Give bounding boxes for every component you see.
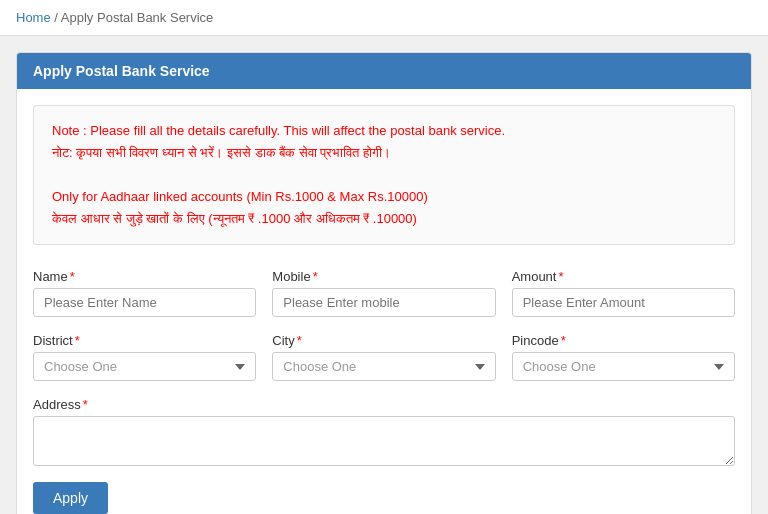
form-row-2: District* Choose One City* Choose One <box>33 333 735 381</box>
district-group: District* Choose One <box>33 333 256 381</box>
address-group: Address* <box>33 397 735 466</box>
notice-line2: नोट: कृपया सभी विवरण ध्यान से भरें। इससे… <box>52 142 716 164</box>
form-row-1: Name* Mobile* Amount* <box>33 269 735 317</box>
amount-label: Amount* <box>512 269 735 284</box>
breadcrumb-home[interactable]: Home <box>16 10 51 25</box>
pincode-select[interactable]: Choose One <box>512 352 735 381</box>
city-select[interactable]: Choose One <box>272 352 495 381</box>
amount-input[interactable] <box>512 288 735 317</box>
pincode-label: Pincode* <box>512 333 735 348</box>
breadcrumb: Home / Apply Postal Bank Service <box>0 0 768 36</box>
city-label: City* <box>272 333 495 348</box>
name-group: Name* <box>33 269 256 317</box>
page-title: Apply Postal Bank Service <box>33 63 210 79</box>
page-header: Apply Postal Bank Service <box>17 53 751 89</box>
notice-box: Note : Please fill all the details caref… <box>33 105 735 245</box>
form-row-address: Address* <box>33 397 735 466</box>
breadcrumb-current: Apply Postal Bank Service <box>61 10 213 25</box>
form-section: Name* Mobile* Amount* <box>17 261 751 514</box>
main-card: Apply Postal Bank Service Note : Please … <box>16 52 752 514</box>
notice-line1: Note : Please fill all the details caref… <box>52 120 716 142</box>
address-label: Address* <box>33 397 735 412</box>
mobile-label: Mobile* <box>272 269 495 284</box>
amount-group: Amount* <box>512 269 735 317</box>
notice-line3: Only for Aadhaar linked accounts (Min Rs… <box>52 186 716 208</box>
notice-line4: केवल आधार से जुड़े खातों के लिए (न्यूनतम… <box>52 208 716 230</box>
pincode-group: Pincode* Choose One <box>512 333 735 381</box>
name-label: Name* <box>33 269 256 284</box>
apply-button[interactable]: Apply <box>33 482 108 514</box>
name-input[interactable] <box>33 288 256 317</box>
apply-button-row: Apply <box>33 482 735 514</box>
district-label: District* <box>33 333 256 348</box>
mobile-group: Mobile* <box>272 269 495 317</box>
mobile-input[interactable] <box>272 288 495 317</box>
city-group: City* Choose One <box>272 333 495 381</box>
district-select[interactable]: Choose One <box>33 352 256 381</box>
address-textarea[interactable] <box>33 416 735 466</box>
